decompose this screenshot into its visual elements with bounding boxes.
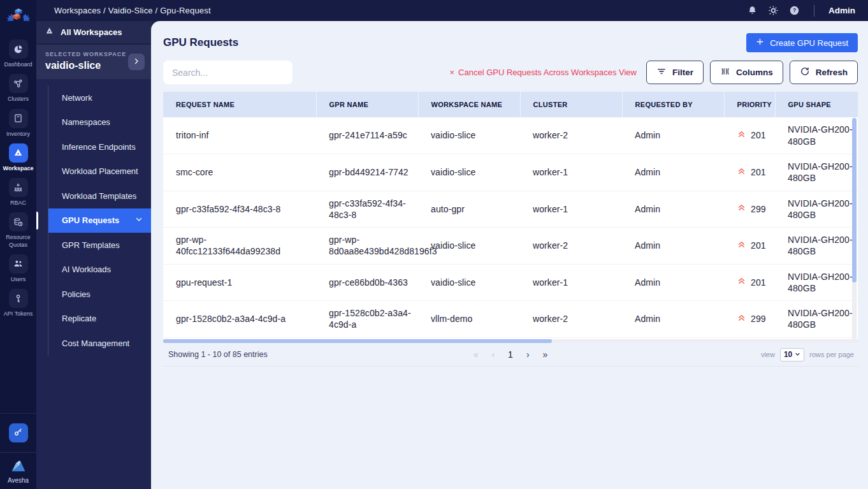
sidebar-item-label: Network: [62, 93, 92, 103]
entries-count: Showing 1 - 10 of 85 entries: [163, 350, 268, 359]
sidebar-item-label: Workload Templates: [62, 191, 136, 201]
rail-item-clusters[interactable]: Clusters: [0, 74, 36, 103]
cell-request-name: triton-inf: [163, 117, 316, 154]
gpu-requests-table: REQUEST NAMEGPR NAMEWORKSPACE NAMECLUSTE…: [163, 92, 858, 343]
settings-gear-icon[interactable]: [768, 5, 779, 16]
filter-button[interactable]: Filter: [646, 61, 704, 84]
breadcrumb: Workspaces / Vaidio-Slice / Gpu-Request: [54, 6, 211, 15]
connect-key-button[interactable]: [9, 423, 28, 442]
create-gpu-request-label: Create GPU Request: [770, 38, 848, 48]
rail-divider: [0, 413, 36, 414]
api-tokens-icon: [9, 289, 28, 308]
cell-gpr-name: gpr-241e7114-a59c: [316, 117, 418, 154]
inventory-icon: [9, 109, 28, 128]
notifications-bell-icon[interactable]: [747, 5, 758, 16]
table-row[interactable]: smc-coregpr-bd449214-7742vaidio-slicewor…: [163, 154, 858, 191]
search-input[interactable]: [163, 61, 293, 84]
all-workspaces-label: All Workspaces: [61, 27, 122, 37]
column-header-cluster: CLUSTER: [520, 92, 622, 117]
column-header-gpr-name: GPR NAME: [316, 92, 418, 117]
last-page-button[interactable]: »: [543, 349, 548, 360]
cell-gpu-shape: NVIDIA-GH200-480GB: [775, 228, 858, 265]
table-row[interactable]: gpr-c33fa592-4f34-48c3-8gpr-c33fa592-4f3…: [163, 191, 858, 228]
vertical-scrollbar[interactable]: [852, 118, 857, 340]
rail-item-users[interactable]: Users: [0, 254, 36, 283]
help-icon[interactable]: ?: [789, 5, 800, 16]
refresh-button[interactable]: Refresh: [790, 61, 858, 84]
rail-item-rbac[interactable]: RBAC: [0, 178, 36, 207]
rail-item-label: API Tokens: [1, 310, 36, 317]
workspace-switch-button[interactable]: [128, 54, 145, 70]
priority-value: 201: [751, 166, 766, 178]
rail-item-workspace[interactable]: Workspace: [0, 143, 36, 172]
user-menu[interactable]: Admin: [828, 6, 855, 15]
sidebar-item-label: Policies: [62, 289, 90, 299]
first-page-button[interactable]: «: [474, 349, 479, 360]
cell-cluster: worker-1: [520, 191, 622, 228]
current-page[interactable]: 1: [508, 349, 513, 360]
sidebar-item-policies[interactable]: Policies: [48, 282, 151, 307]
sidebar-item-workload-templates[interactable]: Workload Templates: [48, 184, 151, 208]
selected-workspace-panel: SELECTED WORKSPACE vaidio-slice: [36, 45, 151, 79]
sidebar-item-cost-management[interactable]: Cost Management: [48, 331, 151, 356]
priority-value: 201: [751, 277, 766, 288]
rail-item-label: Dashboard: [1, 61, 36, 68]
vertical-scrollbar-thumb[interactable]: [852, 118, 857, 282]
cell-requested-by: Admin: [622, 154, 724, 191]
sidebar-item-label: Workload Placement: [62, 166, 138, 176]
rows-per-page-select[interactable]: 10: [780, 348, 804, 361]
priority-up-icon: [737, 129, 746, 142]
sidebar-item-workload-placement[interactable]: Workload Placement: [48, 159, 151, 184]
sidebar-item-label: GPR Templates: [62, 240, 120, 250]
key-icon: [13, 427, 24, 440]
prev-page-button[interactable]: ‹: [491, 349, 495, 360]
cancel-gpu-requests-link[interactable]: × Cancel GPU Requests Across Workspaces …: [449, 68, 636, 77]
table-row[interactable]: gpr-wp-40fcc12133f644da99238dgpr-wp-8d0a…: [163, 228, 858, 265]
next-page-button[interactable]: ›: [526, 349, 530, 360]
cell-priority: 201: [724, 228, 775, 265]
priority-value: 299: [751, 313, 766, 325]
table-row[interactable]: gpr-1528c0b2-a3a4-4c9d-agpr-1528c0b2-a3a…: [163, 301, 858, 338]
sidebar-item-inference-endpoints[interactable]: Inference Endpoints: [48, 135, 151, 159]
cell-priority: 201: [724, 154, 775, 191]
chevron-down-icon: [135, 215, 143, 225]
rail-item-resource-quotas[interactable]: Resource Quotas: [0, 212, 36, 249]
sidebar-item-label: AI Workloads: [62, 265, 111, 274]
column-header-workspace-name: WORKSPACE NAME: [418, 92, 520, 117]
priority-value: 299: [751, 203, 766, 215]
rail-item-label: Workspace: [1, 165, 36, 172]
sidebar-item-replicate[interactable]: Replicate: [48, 307, 151, 332]
cell-gpr-name: gpr-c33fa592-4f34-48c3-8: [316, 191, 418, 228]
create-gpu-request-button[interactable]: Create GPU Request: [746, 33, 858, 52]
rail-item-label: Users: [1, 276, 36, 283]
columns-button[interactable]: Columns: [710, 61, 783, 84]
cell-request-name: gpr-1528c0b2-a3a4-4c9d-a: [163, 301, 316, 338]
cell-requested-by: Admin: [622, 117, 724, 154]
rail-item-api-tokens[interactable]: API Tokens: [0, 289, 36, 317]
sidebar-item-gpr-templates[interactable]: GPR Templates: [48, 233, 151, 258]
filter-label: Filter: [672, 68, 693, 77]
app-logo-icon[interactable]: [0, 0, 36, 34]
columns-icon: [720, 66, 730, 78]
sidebar-item-network[interactable]: Network: [48, 85, 151, 110]
rail-item-dashboard[interactable]: Dashboard: [0, 40, 36, 68]
table-row[interactable]: gpu-request-1gpr-ce86bd0b-4363vaidio-sli…: [163, 264, 858, 301]
table-footer: Showing 1 - 10 of 85 entries « ‹ 1 › » v…: [163, 343, 858, 367]
sidebar-item-gpu-requests[interactable]: GPU Requests: [48, 208, 151, 233]
cell-requested-by: Admin: [622, 191, 724, 228]
plus-icon: [756, 38, 764, 48]
cell-gpu-shape: NVIDIA-GH200-480GB: [775, 154, 858, 191]
refresh-label: Refresh: [816, 68, 848, 77]
rail-item-inventory[interactable]: Inventory: [0, 109, 36, 138]
all-workspaces-button[interactable]: All Workspaces: [36, 21, 151, 45]
brand-block: Avesha: [8, 453, 29, 489]
sidebar-item-label: Cost Management: [62, 339, 129, 348]
cell-cluster: worker-2: [520, 301, 622, 338]
sidebar-item-namespaces[interactable]: Namespaces: [48, 110, 151, 135]
sidebar-item-ai-workloads[interactable]: AI Workloads: [48, 258, 151, 282]
cell-gpr-name: gpr-1528c0b2-a3a4-4c9d-a: [316, 301, 418, 338]
filter-icon: [656, 66, 667, 78]
priority-up-icon: [737, 166, 746, 179]
table-row[interactable]: triton-infgpr-241e7114-a59cvaidio-slicew…: [163, 117, 858, 154]
rows-per-page-label: rows per page: [809, 351, 854, 358]
